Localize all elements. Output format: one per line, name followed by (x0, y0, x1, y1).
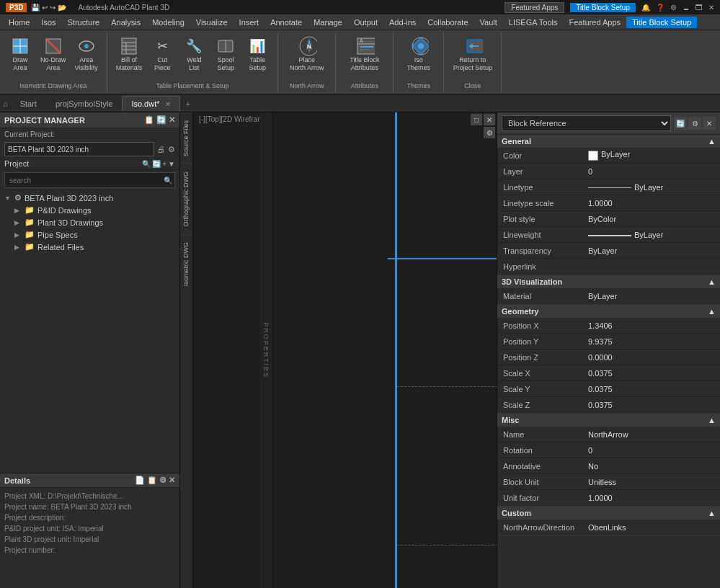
detail-line-2: Project name: BETA Plant 3D 2023 inch (4, 502, 175, 512)
details-icon-1[interactable]: 📄 (135, 476, 145, 485)
prop-unit-factor-value[interactable]: 1.0000 (584, 491, 720, 504)
block-ref-icon-2[interactable]: ⚙ (688, 117, 701, 130)
prop-transparency-value[interactable]: ByLayer (584, 244, 720, 257)
prop-layer-value[interactable]: 0 (584, 165, 720, 178)
menu-item-home[interactable]: Home (3, 17, 35, 28)
menu-item-vault[interactable]: Vault (474, 17, 503, 28)
no-draw-area-button[interactable]: No-DrawArea (37, 35, 69, 74)
menu-item-modeling[interactable]: Modeling (146, 17, 190, 28)
side-tab-orthographic[interactable]: Orthographic DWG (180, 164, 192, 234)
no-draw-area-icon (43, 36, 63, 56)
prop-block-unit-value[interactable]: Unitless (584, 476, 720, 489)
pm-refresh-icon[interactable]: 🔄 (152, 160, 161, 168)
prop-unit-factor-label: Unit factor (497, 491, 584, 504)
prop-position-x-value[interactable]: 1.3406 (584, 319, 720, 332)
spool-setup-button[interactable]: SpoolSetup (211, 35, 240, 74)
prop-section-misc-header[interactable]: Misc ▲ (497, 414, 720, 427)
prop-hyperlink-value[interactable] (584, 264, 720, 269)
prop-material-value[interactable]: ByLayer (584, 290, 720, 303)
menu-item-output[interactable]: Output (348, 17, 383, 28)
title-block-setup-tab[interactable]: Title Block Setup (570, 3, 636, 12)
bill-of-materials-button[interactable]: Bill ofMaterials (113, 35, 146, 74)
pm-icon-3[interactable]: ✕ (169, 115, 175, 125)
current-project-input[interactable] (4, 142, 154, 156)
tree-item-pipe-specs[interactable]: ▶ 📁 Pipe Specs (0, 228, 179, 241)
side-tab-source-files[interactable]: Source Files (180, 112, 192, 164)
details-icon-4[interactable]: ✕ (169, 476, 175, 485)
detail-line-1: Project XML: D:\Projekt\Technische... (4, 491, 175, 502)
featured-apps-button[interactable]: Featured Apps (505, 2, 564, 13)
menu-item-structure[interactable]: Structure (62, 17, 106, 28)
tree-item-root[interactable]: ▼ ⚙ BETA Plant 3D 2023 inch (0, 192, 179, 204)
no-draw-area-label: No-DrawArea (40, 56, 66, 72)
prop-color-value[interactable]: ByLayer (584, 148, 720, 162)
pm-search-icon[interactable]: 🔍 (142, 160, 151, 168)
tab-iso-dwt[interactable]: Iso.dwt* ✕ (122, 96, 179, 111)
pm-icon-2[interactable]: 🔄 (156, 115, 166, 125)
details-content: Project XML: D:\Projekt\Technische... Pr… (0, 488, 179, 558)
current-project-btn-1[interactable]: 🖨 (157, 145, 165, 153)
cut-piece-button[interactable]: ✂ CutPiece (148, 35, 177, 74)
place-north-arrow-button[interactable]: N PlaceNorth Arrow (287, 35, 327, 74)
current-project-btn-2[interactable]: ⚙ (168, 145, 175, 154)
return-to-project-setup-button[interactable]: Return toProject Setup (450, 35, 495, 74)
ribbon: DrawArea No-DrawArea AreaVisibility Isom… (0, 30, 720, 95)
menu-item-featured-apps[interactable]: Featured Apps (563, 17, 626, 28)
tab-close-icon[interactable]: ✕ (165, 100, 171, 108)
search-input[interactable] (4, 172, 175, 188)
menu-item-isos[interactable]: Isos (35, 17, 61, 28)
tree-item-plant3d[interactable]: ▶ 📁 Plant 3D Drawings (0, 216, 179, 228)
block-reference-selector[interactable]: Block Reference (502, 115, 671, 131)
prop-position-y-value[interactable]: 9.9375 (584, 335, 720, 348)
menu-item-title-block-setup[interactable]: Title Block Setup (626, 17, 697, 28)
details-icon-3[interactable]: ⚙ (159, 476, 166, 485)
prop-scale-y-value[interactable]: 0.0375 (584, 383, 720, 396)
block-ref-icon-1[interactable]: 🔄 (674, 117, 687, 130)
pm-filter-icon[interactable]: ▼ (168, 160, 175, 168)
menu-item-manage[interactable]: Manage (308, 17, 348, 28)
details-title: Details (4, 476, 30, 485)
title-block-attributes-icon: A (355, 36, 375, 56)
weld-list-button[interactable]: 🔧 WeldList (179, 35, 208, 74)
prop-linetype-value[interactable]: ByLayer (584, 181, 720, 194)
menu-item-lisega-tools[interactable]: LISEGA Tools (503, 17, 564, 28)
pm-add-icon[interactable]: + (162, 160, 166, 168)
block-ref-icon-3[interactable]: ✕ (703, 117, 716, 130)
menu-item-visualize[interactable]: Visualize (190, 17, 234, 28)
prop-annotative-value[interactable]: No (584, 460, 720, 473)
menu-item-analysis[interactable]: Analysis (105, 17, 146, 28)
prop-linetype-scale-value[interactable]: 1.0000 (584, 197, 720, 210)
top-bar-right: Featured Apps Title Block Setup 🔔 ❓ ⚙ 🗕 … (505, 2, 714, 13)
prop-section-general-header[interactable]: General ▲ (497, 135, 720, 148)
prop-section-3d-viz-header[interactable]: 3D Visualization ▲ (497, 275, 720, 288)
menu-item-annotate[interactable]: Annotate (265, 17, 308, 28)
tree-item-pid[interactable]: ▶ 📁 P&ID Drawings (0, 204, 179, 216)
menu-item-collaborate[interactable]: Collaborate (422, 17, 474, 28)
prop-lineweight-value[interactable]: ByLayer (584, 228, 720, 241)
tree-label-related-files: Related Files (37, 243, 84, 251)
prop-plot-style-value[interactable]: ByColor (584, 213, 720, 226)
draw-area-button[interactable]: DrawArea (6, 35, 35, 74)
prop-north-arrow-direction-value[interactable]: ObenLinks (584, 521, 720, 534)
prop-scale-x-value[interactable]: 0.0375 (584, 367, 720, 380)
table-setup-button[interactable]: 📊 TableSetup (243, 35, 272, 74)
iso-themes-button[interactable]: IsoThemes (404, 35, 434, 74)
tree-item-related-files[interactable]: ▶ 📁 Related Files (0, 241, 179, 253)
area-visibility-button[interactable]: AreaVisibility (72, 35, 101, 74)
menu-item-insert[interactable]: Insert (234, 17, 265, 28)
tab-proj-symbol-style[interactable]: projSymbolStyle (46, 96, 122, 111)
side-tab-isometric[interactable]: Isometric DWG (180, 234, 192, 293)
prop-position-z-value[interactable]: 0.0000 (584, 351, 720, 364)
title-block-attributes-button[interactable]: A Title BlockAttributes (347, 35, 382, 74)
prop-name-value[interactable]: NorthArrow (584, 428, 720, 441)
block-ref-icons: 🔄 ⚙ ✕ (674, 117, 716, 130)
prop-scale-z-value[interactable]: 0.0375 (584, 398, 720, 411)
tab-start[interactable]: Start (11, 96, 46, 111)
tab-add-button[interactable]: + (180, 97, 196, 111)
prop-section-geometry-header[interactable]: Geometry ▲ (497, 305, 720, 318)
pm-icon-1[interactable]: 📋 (144, 115, 154, 125)
details-icon-2[interactable]: 📋 (147, 476, 157, 485)
menu-item-add-ins[interactable]: Add-ins (383, 17, 422, 28)
prop-section-custom-header[interactable]: Custom ▲ (497, 507, 720, 520)
prop-rotation-value[interactable]: 0 (584, 444, 720, 457)
